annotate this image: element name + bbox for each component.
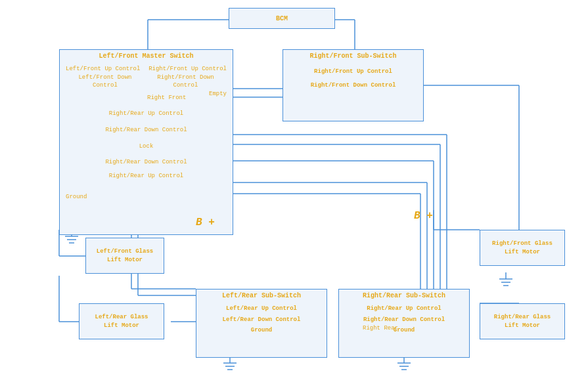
right-rear-label: Right Rear	[363, 325, 398, 332]
right-front-sub-box: Right/Front Sub-Switch Right/Front Up Co…	[283, 49, 424, 121]
left-front-glass-box: Left/Front GlassLift Motor	[85, 238, 164, 274]
bplus-left: B +	[196, 217, 215, 228]
right-front-sub-controls: Right/Front Up Control Right/Front Down …	[286, 68, 420, 89]
left-front-master-title: Left/Front Master Switch	[62, 53, 230, 60]
left-rear-sub-box: Left/Rear Sub-Switch Left/Rear Up Contro…	[196, 289, 327, 358]
right-rear-sub-box: Right/Rear Sub-Switch Right/Rear Up Cont…	[338, 289, 470, 358]
left-rear-glass-box: Left/Rear GlassLift Motor	[79, 303, 164, 339]
left-front-glass-label: Left/Front GlassLift Motor	[97, 247, 153, 264]
left-front-master-box: Left/Front Master Switch Left/Front Up C…	[59, 49, 233, 235]
right-rear-glass-box: Right/Rear GlassLift Motor	[480, 303, 565, 339]
bcm-box: BCM	[229, 8, 335, 29]
right-rear-sub-controls: Right/Rear Up Control Right/Rear Down Co…	[342, 305, 466, 335]
right-front-sub-title: Right/Front Sub-Switch	[286, 53, 420, 60]
circuit-diagram: BCM Left/Front Master Switch Left/Front …	[0, 0, 588, 386]
right-front-glass-box: Right/Front GlassLift Motor	[480, 230, 565, 266]
bplus-right: B +	[414, 210, 433, 222]
left-front-master-controls: Left/Front Up Control Right/Front Up Con…	[62, 65, 230, 202]
right-rear-sub-title: Right/Rear Sub-Switch	[342, 292, 466, 299]
bcm-title: BCM	[276, 15, 288, 22]
right-rear-glass-label: Right/Rear GlassLift Motor	[494, 313, 551, 330]
left-rear-glass-label: Left/Rear GlassLift Motor	[95, 313, 148, 330]
left-rear-sub-title: Left/Rear Sub-Switch	[199, 292, 324, 299]
right-front-label: Right Front	[147, 95, 186, 101]
left-rear-sub-controls: Left/Rear Up Control Left/Rear Down Cont…	[199, 305, 324, 335]
right-front-glass-label: Right/Front GlassLift Motor	[492, 240, 553, 256]
